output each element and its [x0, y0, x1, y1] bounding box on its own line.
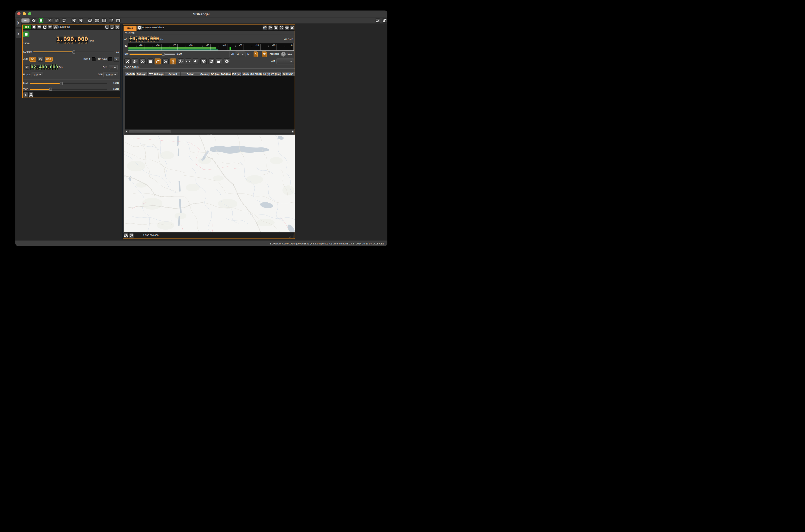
svg-text:-60: -60 [189, 44, 193, 47]
svg-text:?: ? [264, 27, 266, 29]
svg-text:-20: -20 [256, 44, 259, 47]
svg-text:-80: -80 [157, 44, 160, 47]
svg-text:-90: -90 [140, 44, 143, 47]
svg-text:-30: -30 [239, 44, 242, 47]
svg-text:-10: -10 [272, 44, 275, 47]
svg-text:-70: -70 [173, 44, 176, 47]
svg-text:-40: -40 [223, 44, 226, 47]
svg-text:0: 0 [291, 44, 293, 47]
svg-text:?: ? [106, 26, 107, 28]
svg-text:-50: -50 [206, 44, 209, 47]
